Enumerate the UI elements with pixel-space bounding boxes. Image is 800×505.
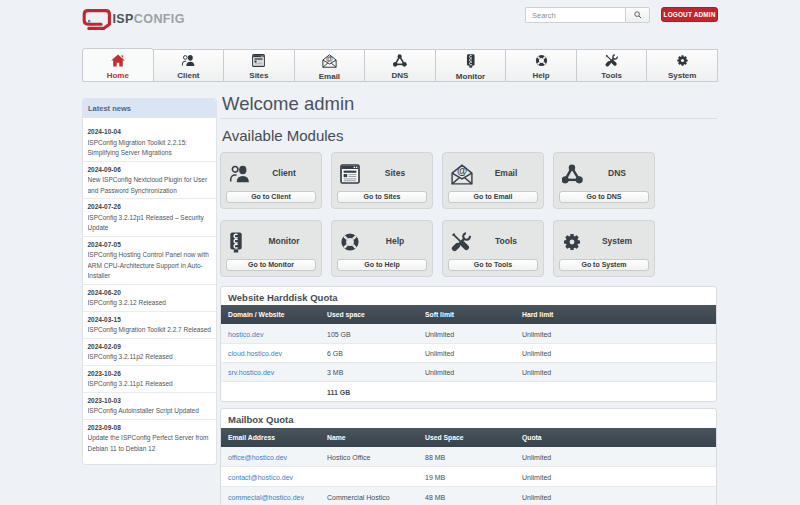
svg-text:@: @ [326, 55, 333, 62]
svg-text:@: @ [457, 165, 467, 176]
